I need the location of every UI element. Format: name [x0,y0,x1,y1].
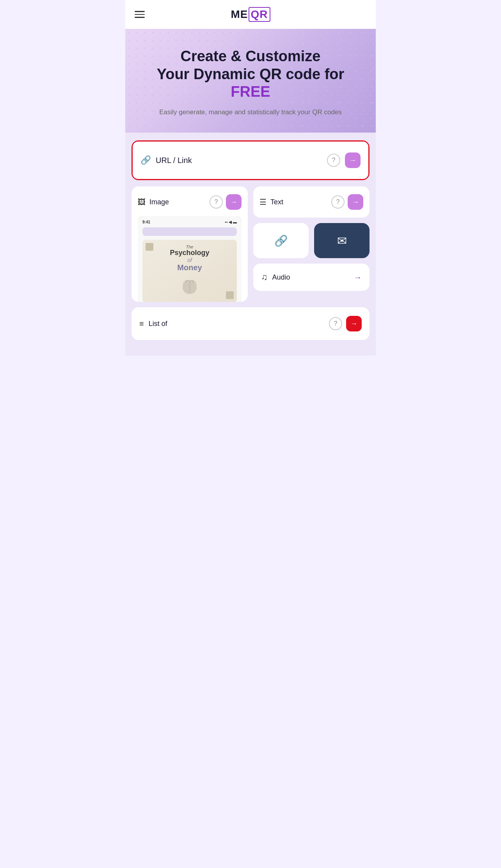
phone-time: 9:41 [142,220,150,224]
main-content: 🔗 URL / Link ? → 🖼 Image [125,133,376,356]
audio-left: ♫ Audio [261,272,290,282]
audio-arrow-icon: → [354,273,362,282]
image-text-row: 🖼 Image ? → 9:41 ▪▪ ◀ ▬ [131,186,370,302]
book-main-title: Psychology [170,249,209,257]
link-icon-card[interactable]: 🔗 [253,223,309,258]
list-help-button[interactable]: ? [329,317,342,330]
image-card-actions: ? → [210,194,242,210]
text-help-button[interactable]: ? [331,195,345,209]
image-card-header: 🖼 Image ? → [138,194,242,210]
text-card[interactable]: ☰ Text ? → [253,186,370,218]
phone-status-bar: 9:41 ▪▪ ◀ ▬ [142,220,237,224]
svg-point-2 [189,280,197,290]
url-card-left: 🔗 URL / Link [140,155,192,165]
app-logo: MEQR [231,7,270,22]
url-arrow-button[interactable]: → [345,152,361,168]
hero-title-line1: Create & Customize [181,48,321,64]
app-header: MEQR [125,0,376,29]
link-icon: 🔗 [140,155,151,165]
text-title-row: ☰ Text [259,197,283,207]
hero-title-line2: Your Dynamic QR code for [157,66,345,82]
image-icon: 🖼 [138,198,146,207]
phone-content-bar [142,227,237,236]
right-column: ☰ Text ? → 🔗 [253,186,370,302]
url-label: URL / Link [156,156,192,165]
list-arrow-button[interactable]: → [346,316,362,331]
url-arrow-icon: → [349,156,356,165]
list-arrow-icon: → [350,320,357,328]
hero-section: Create & Customize Your Dynamic QR code … [125,29,376,133]
logo-me: ME [231,8,248,21]
image-title-row: 🖼 Image [138,198,169,207]
envelope-icon: ✉ [337,234,347,248]
book-money: Money [177,263,202,272]
book-cover: The Psychology of Money [142,240,237,302]
url-card-right: ? → [327,152,361,168]
list-card[interactable]: ≡ List of ? → [131,307,370,340]
logo-qr: QR [249,7,270,22]
text-arrow-button[interactable]: → [348,194,363,210]
book-corner-tl [146,243,153,251]
hero-title: Create & Customize Your Dynamic QR code … [135,48,366,101]
list-card-left: ≡ List of [139,319,167,328]
music-icon: ♫ [261,272,268,282]
text-card-actions: ? → [331,194,363,210]
image-preview: 9:41 ▪▪ ◀ ▬ The Psychology of Money [138,216,242,302]
list-label: List of [149,320,167,328]
hamburger-menu[interactable] [135,11,145,18]
phone-mockup: 9:41 ▪▪ ◀ ▬ The Psychology of Money [138,216,242,302]
list-card-right: ? → [329,316,362,331]
image-help-icon: ? [215,198,218,205]
chain-link-icon: 🔗 [274,234,288,247]
icon-cards-row: 🔗 ✉ [253,223,370,258]
url-card-highlighted: 🔗 URL / Link ? → [131,140,370,180]
image-arrow-button[interactable]: → [226,194,242,210]
hero-free-text: FREE [231,83,270,100]
bottom-row: ≡ List of ? → [131,307,370,340]
image-card[interactable]: 🖼 Image ? → 9:41 ▪▪ ◀ ▬ [131,186,248,302]
url-help-button[interactable]: ? [327,154,340,167]
image-label: Image [149,198,169,206]
audio-card[interactable]: ♫ Audio → [253,264,370,291]
url-help-icon: ? [332,157,336,164]
phone-signals: ▪▪ ◀ ▬ [225,220,237,224]
list-help-icon: ? [334,320,338,327]
list-icon: ≡ [139,319,144,328]
audio-label: Audio [272,273,290,282]
book-corner-br [226,291,234,299]
email-icon-card[interactable]: ✉ [314,223,370,258]
text-icon: ☰ [259,197,266,207]
text-help-icon: ? [336,198,340,205]
text-card-header: ☰ Text ? → [259,194,363,210]
book-brain-icon [178,274,201,298]
book-of: of [187,257,192,263]
text-arrow-icon: → [352,198,359,206]
text-label: Text [270,198,283,206]
image-help-button[interactable]: ? [210,195,223,209]
hero-subtitle: Easily generate, manage and statisticall… [135,107,366,117]
url-card[interactable]: 🔗 URL / Link ? → [133,142,368,179]
image-arrow-icon: → [230,198,237,206]
